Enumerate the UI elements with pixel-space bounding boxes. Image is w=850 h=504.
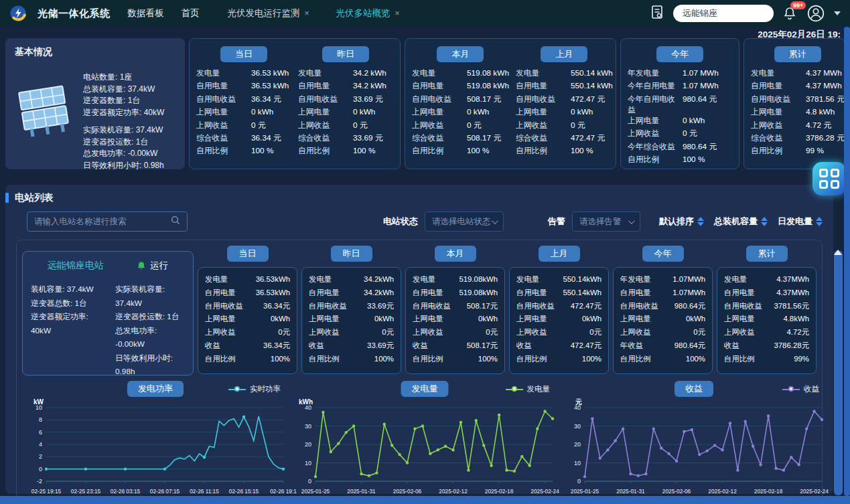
stat-row: 自用比例 99% xyxy=(724,353,809,366)
period-pill-button[interactable]: 今年 xyxy=(656,46,703,62)
stat-value: 36.34 元 xyxy=(251,94,281,105)
chart-legend[interactable]: 实时功率 xyxy=(228,384,281,394)
stat-value: 508.17元 xyxy=(467,339,498,353)
stat-label: 自用电量 xyxy=(205,286,236,300)
station-search-box[interactable] xyxy=(27,212,188,232)
stat-value: 550.14kWh xyxy=(563,286,601,300)
svg-text:0: 0 xyxy=(308,478,311,485)
summary-column: 昨日 发电量 34.2 kWh 自用电量 34.2 kWh xyxy=(298,44,393,163)
period-pill-button[interactable]: 上月 xyxy=(541,46,587,62)
chart-title-button[interactable]: 发电功率 xyxy=(127,381,184,397)
stat-row: 综合收益 472.47 元 xyxy=(516,133,613,146)
station-status: 运行 xyxy=(137,260,168,272)
stat-label: 自用电收益 xyxy=(205,300,243,313)
tab-label: 光伏发电运行监测 xyxy=(228,7,300,19)
stat-value: 4.37 MWh xyxy=(806,81,842,90)
apps-grid-button[interactable] xyxy=(812,162,846,195)
solar-panel-icon xyxy=(15,72,76,171)
period-column: 昨日 发电量 34.2kWh 自用电量 34.2kWh xyxy=(301,246,401,375)
stat-label: 上网收益 xyxy=(516,326,547,339)
stat-row: 自用比例 100% xyxy=(205,353,290,366)
period-stat-card: 发电量 4.37MWh 自用电量 4.37MWh 自用电收益 3781.56元 xyxy=(717,267,817,374)
period-pill-button[interactable]: 昨日 xyxy=(322,46,369,62)
chart-title-button[interactable]: 发电量 xyxy=(401,381,449,397)
search-icon xyxy=(171,216,180,228)
stat-label: 自用电收益 xyxy=(413,300,451,313)
list-vertical-scrollbar[interactable] xyxy=(834,238,843,494)
stat-row: 发电量 4.37MWh xyxy=(724,273,809,286)
tab-close-icon[interactable]: × xyxy=(395,9,400,18)
station-list-title: 电站列表 xyxy=(15,191,54,204)
overview-section: 基本情况 xyxy=(5,38,845,169)
status-filter-select[interactable]: 请选择电站状态 xyxy=(425,212,504,232)
user-avatar[interactable] xyxy=(807,5,825,22)
tab-close-icon[interactable]: × xyxy=(305,9,309,18)
period-pill-button[interactable]: 当日 xyxy=(227,246,269,262)
stat-row: 发电量 550.14 kWh xyxy=(516,68,613,81)
period-pill-button[interactable]: 当日 xyxy=(220,46,267,62)
horizontal-scrollbar[interactable] xyxy=(0,496,850,504)
stat-label: 上网电量 xyxy=(196,107,251,118)
stat-row: 自用电收益 980.64元 xyxy=(620,300,705,313)
period-stat-card: 发电量 34.2kWh 自用电量 34.2kWh 自用电收益 33.69元 xyxy=(301,267,401,374)
sort-button[interactable]: 默认排序 xyxy=(659,216,704,228)
stat-row: 自用电收益 508.17 元 xyxy=(412,94,509,107)
svg-text:2025-02-06: 2025-02-06 xyxy=(662,488,691,495)
legend-label: 实时功率 xyxy=(250,384,281,394)
stat-label: 自用电收益 xyxy=(196,94,251,105)
stat-label: 上网收益 xyxy=(196,120,251,131)
alarm-filter-select[interactable]: 请选择告警 xyxy=(572,212,640,232)
user-menu-caret-icon[interactable] xyxy=(834,11,841,15)
stat-label: 上网电量 xyxy=(309,313,340,326)
sort-button[interactable]: 总装机容量 xyxy=(714,216,768,228)
period-pill-button[interactable]: 昨日 xyxy=(331,246,372,262)
stat-value: 100 % xyxy=(467,146,489,155)
stat-row: 年收益 980.64元 xyxy=(620,339,705,353)
period-pill-button[interactable]: 本月 xyxy=(437,46,484,62)
chart-legend[interactable]: 收益 xyxy=(782,384,819,394)
stat-label: 自用电收益 xyxy=(516,300,555,313)
period-pill-button[interactable]: 本月 xyxy=(435,246,476,262)
chart-title-button[interactable]: 收益 xyxy=(675,381,713,397)
chart-legend[interactable]: 发电量 xyxy=(506,384,551,394)
stat-label: 收益 xyxy=(516,339,532,353)
period-pill-button[interactable]: 上月 xyxy=(539,246,580,262)
stat-label: 上网收益 xyxy=(298,120,353,131)
stat-value: 0kWh xyxy=(271,313,290,326)
svg-text:2025-02-18: 2025-02-18 xyxy=(754,488,783,495)
period-pill-button[interactable]: 累计 xyxy=(774,46,821,62)
nav-item[interactable]: 数据看板 xyxy=(128,7,164,19)
notification-bell-icon[interactable]: 99+ xyxy=(783,6,798,21)
scroll-up-arrow-icon[interactable] xyxy=(834,238,842,255)
period-pill-button[interactable]: 累计 xyxy=(746,246,788,262)
sort-arrows-icon xyxy=(697,217,704,227)
stat-value: 472.47元 xyxy=(571,300,601,313)
svg-text:2025-02-12: 2025-02-12 xyxy=(439,488,468,495)
tab[interactable]: 光伏发电运行监测 × xyxy=(228,7,309,19)
summary-card: 本月 发电量 519.08 kWh 自用电量 519.08 kWh xyxy=(405,38,616,169)
station-search-input[interactable] xyxy=(34,217,171,226)
period-pill-button[interactable]: 今年 xyxy=(642,246,684,262)
stat-row: 自用电量 36.53 kWh xyxy=(196,81,291,94)
stat-row: 自用电量 550.14 kWh xyxy=(516,81,613,94)
stat-value: 33.69 元 xyxy=(353,133,383,144)
sort-button[interactable]: 日发电量 xyxy=(778,216,823,228)
stat-value: 36.34 元 xyxy=(251,133,281,144)
legend-line-icon xyxy=(782,389,800,390)
stat-row: 自用电量 1.07MWh xyxy=(620,286,705,300)
page-vertical-scrollbar[interactable] xyxy=(844,27,850,496)
svg-text:2025-01-25: 2025-01-25 xyxy=(301,488,330,495)
header-search-input[interactable] xyxy=(673,5,774,22)
report-icon[interactable] xyxy=(650,5,664,22)
svg-text:2025-01-31: 2025-01-31 xyxy=(616,488,645,495)
tab[interactable]: 光伏多站概览 × xyxy=(336,7,400,19)
period-stat-card: 发电量 519.08kWh 自用电量 519.08kWh 自用电收益 508.1… xyxy=(405,267,505,374)
status-bell-icon xyxy=(137,261,146,271)
station-name-link[interactable]: 远能锦座电站 xyxy=(48,260,104,272)
nav-item[interactable]: 首页 xyxy=(182,7,200,19)
svg-text:2025-02-12: 2025-02-12 xyxy=(708,488,737,495)
stat-label: 自用比例 xyxy=(620,353,651,366)
sort-arrows-icon xyxy=(761,217,768,227)
svg-text:2: 2 xyxy=(39,453,42,460)
chart-plot-area: 010203040kWh2025-01-252025-01-312025-02-… xyxy=(291,400,558,496)
